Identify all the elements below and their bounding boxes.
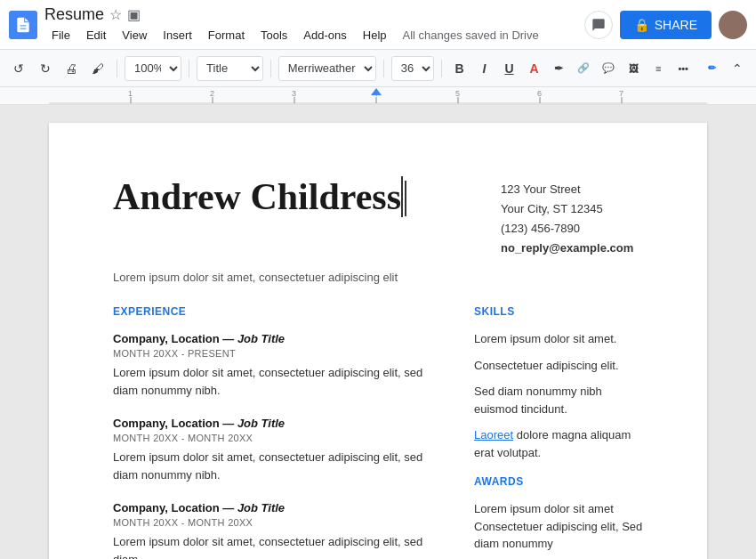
star-icon[interactable]: ☆ <box>109 6 122 23</box>
document-header: Andrew Childress 123 Your Street Your Ci… <box>113 176 643 258</box>
zoom-select[interactable]: 100% <box>125 56 181 81</box>
menu-edit[interactable]: Edit <box>79 26 113 45</box>
title-info: Resume ☆ ▣ File Edit View Insert Format … <box>44 5 584 45</box>
svg-text:6: 6 <box>537 89 542 98</box>
content-columns: EXPERIENCE Company, Location — Job Title… <box>113 305 643 559</box>
document-page: Andrew Childress 123 Your Street Your Ci… <box>49 123 707 559</box>
comment-inline-button[interactable]: 💬 <box>598 57 619 80</box>
menu-addons[interactable]: Add-ons <box>296 26 353 45</box>
job-2-header: Company, Location — Job Title <box>113 415 438 431</box>
link-button[interactable]: 🔗 <box>573 57 594 80</box>
suggest-button[interactable]: ✏ <box>701 57 722 80</box>
contact-citystate: Your City, ST 12345 <box>501 199 643 219</box>
paint-format-button[interactable]: 🖌 <box>86 56 109 81</box>
contact-street: 123 Your Street <box>501 180 643 199</box>
skill-2: Consectetuer adipiscing elit. <box>474 357 643 375</box>
separator-2 <box>189 60 189 77</box>
font-size-select[interactable]: 36 <box>391 56 434 81</box>
name-block: Andrew Childress <box>113 176 483 217</box>
skill-3: Sed diam nonummy nibh euismod tincidunt. <box>474 383 643 417</box>
contact-info: 123 Your Street Your City, ST 12345 (123… <box>501 176 643 258</box>
document-title: Resume <box>44 5 104 24</box>
menu-tools[interactable]: Tools <box>253 26 294 45</box>
job-1-header: Company, Location — Job Title <box>113 330 438 346</box>
experience-section: EXPERIENCE Company, Location — Job Title… <box>113 305 438 559</box>
title-actions: 🔒 SHARE <box>584 11 747 39</box>
undo-button[interactable]: ↺ <box>7 56 30 81</box>
job-1-desc: Lorem ipsum dolor sit amet, consectetuer… <box>113 364 438 399</box>
separator-1 <box>117 60 117 77</box>
highlight-button[interactable]: ✒ <box>548 57 569 80</box>
svg-text:2: 2 <box>210 89 214 98</box>
job-1-dates: MONTH 20XX - PRESENT <box>113 348 438 359</box>
skills-title: SKILLS <box>474 305 643 318</box>
job-3-desc: Lorem ipsum dolor sit amet, consectetuer… <box>113 533 438 559</box>
awards-section: AWARDS Lorem ipsum dolor sit amet Consec… <box>474 475 643 553</box>
separator-4 <box>383 60 384 77</box>
separator-5 <box>441 60 442 77</box>
contact-email: no_reply@example.com <box>501 239 643 258</box>
job-entry-1: Company, Location — Job Title MONTH 20XX… <box>113 330 438 399</box>
save-status: All changes saved in Drive <box>403 28 539 42</box>
share-lock-icon: 🔒 <box>634 18 649 32</box>
style-select[interactable]: Title <box>197 56 263 81</box>
menu-view[interactable]: View <box>115 26 154 45</box>
job-entry-2: Company, Location — Job Title MONTH 20XX… <box>113 415 438 483</box>
job-3-company: Company, Location — <box>113 501 237 514</box>
underline-button[interactable]: U <box>499 57 520 80</box>
menu-bar: File Edit View Insert Format Tools Add-o… <box>44 26 584 45</box>
toolbar: ↺ ↻ 🖨 🖌 100% Title Merriweather 36 B I U… <box>0 50 756 87</box>
svg-text:7: 7 <box>619 89 623 98</box>
skill-link[interactable]: Laoreet <box>474 428 513 442</box>
job-1-title: Job Title <box>237 332 285 345</box>
folder-icon[interactable]: ▣ <box>127 6 141 23</box>
job-1-company: Company, Location — <box>113 332 237 345</box>
tagline: Lorem ipsum dolor sit amet, consectetuer… <box>113 271 643 284</box>
text-color-button[interactable]: A <box>523 57 544 80</box>
ruler: 1 2 3 4 5 6 7 <box>0 87 756 105</box>
comment-button[interactable] <box>584 11 613 39</box>
job-2-dates: MONTH 20XX - MONTH 20XX <box>113 433 438 443</box>
expand-button[interactable]: ⌃ <box>726 56 749 81</box>
title-bar: Resume ☆ ▣ File Edit View Insert Format … <box>0 0 756 50</box>
applicant-name: Andrew Childress <box>113 176 403 217</box>
cursor <box>405 181 414 216</box>
svg-text:5: 5 <box>455 89 460 98</box>
job-2-desc: Lorem ipsum dolor sit amet, consectetuer… <box>113 449 438 483</box>
bold-button[interactable]: B <box>449 57 470 80</box>
menu-file[interactable]: File <box>44 26 77 45</box>
menu-help[interactable]: Help <box>356 26 394 45</box>
skill-4: Laoreet dolore magna aliquam erat volutp… <box>474 426 643 461</box>
user-avatar[interactable] <box>719 11 747 39</box>
skills-awards-section: SKILLS Lorem ipsum dolor sit amet. Conse… <box>474 305 643 559</box>
job-3-title: Job Title <box>237 501 285 514</box>
svg-text:3: 3 <box>292 89 296 98</box>
separator-3 <box>270 60 271 77</box>
more-button[interactable]: ••• <box>672 57 694 80</box>
job-2-title: Job Title <box>237 417 285 430</box>
job-entry-3: Company, Location — Job Title MONTH 20XX… <box>113 499 438 559</box>
job-2-company: Company, Location — <box>113 417 237 430</box>
job-3-header: Company, Location — Job Title <box>113 499 438 515</box>
redo-button[interactable]: ↻ <box>34 56 57 81</box>
document-area[interactable]: Andrew Childress 123 Your Street Your Ci… <box>0 105 756 559</box>
menu-format[interactable]: Format <box>201 26 252 45</box>
app-icon <box>9 11 37 39</box>
italic-button[interactable]: I <box>474 57 495 80</box>
svg-text:1: 1 <box>128 89 133 98</box>
awards-title: AWARDS <box>474 475 643 488</box>
share-button[interactable]: 🔒 SHARE <box>620 11 712 39</box>
job-3-dates: MONTH 20XX - MONTH 20XX <box>113 517 438 528</box>
menu-insert[interactable]: Insert <box>156 26 199 45</box>
awards-text: Lorem ipsum dolor sit amet Consectetuer … <box>474 500 643 553</box>
print-button[interactable]: 🖨 <box>60 56 84 81</box>
share-label: SHARE <box>655 18 697 32</box>
align-button[interactable]: ≡ <box>647 57 669 80</box>
font-select[interactable]: Merriweather <box>278 56 376 81</box>
image-button[interactable]: 🖼 <box>623 57 644 80</box>
experience-title: EXPERIENCE <box>113 305 438 318</box>
ruler-inner: 1 2 3 4 5 6 7 <box>49 87 707 104</box>
svg-marker-17 <box>371 88 382 95</box>
contact-phone: (123) 456-7890 <box>501 219 643 239</box>
skill-1: Lorem ipsum dolor sit amet. <box>474 330 643 348</box>
